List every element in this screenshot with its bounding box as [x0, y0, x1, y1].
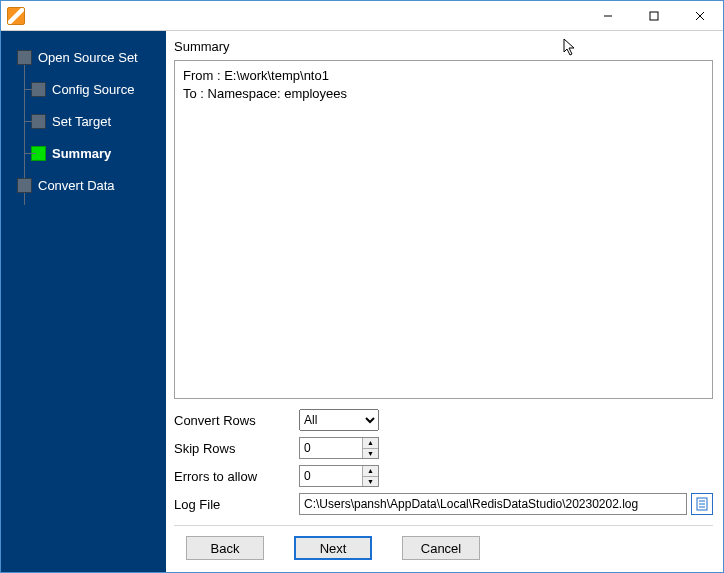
- app-icon: [7, 7, 25, 25]
- step-marker-icon: [17, 178, 32, 193]
- body: Open Source Set Config Source Set Target…: [1, 31, 723, 572]
- errors-spinner[interactable]: ▲ ▼: [299, 465, 379, 487]
- log-file-label: Log File: [174, 497, 299, 512]
- skip-rows-row: Skip Rows ▲ ▼: [174, 437, 713, 459]
- minimize-button[interactable]: [585, 1, 631, 30]
- step-label: Open Source Set: [38, 50, 138, 65]
- maximize-button[interactable]: [631, 1, 677, 30]
- document-icon: [695, 497, 709, 511]
- skip-rows-input[interactable]: [300, 438, 362, 458]
- titlebar: [1, 1, 723, 31]
- step-summary[interactable]: Summary: [1, 137, 166, 169]
- errors-label: Errors to allow: [174, 469, 299, 484]
- svg-rect-1: [650, 12, 658, 20]
- summary-text-box[interactable]: From : E:\work\temp\nto1 To : Namespace:…: [174, 60, 713, 399]
- step-marker-icon: [17, 50, 32, 65]
- summary-heading: Summary: [174, 39, 713, 54]
- wizard-sidebar: Open Source Set Config Source Set Target…: [1, 31, 166, 572]
- wizard-buttons: Back Next Cancel: [174, 525, 713, 566]
- convert-rows-select[interactable]: All: [299, 409, 379, 431]
- back-button[interactable]: Back: [186, 536, 264, 560]
- step-label: Summary: [52, 146, 111, 161]
- next-button[interactable]: Next: [294, 536, 372, 560]
- errors-row: Errors to allow ▲ ▼: [174, 465, 713, 487]
- spin-down-icon[interactable]: ▼: [363, 477, 378, 487]
- step-config-source[interactable]: Config Source: [1, 73, 166, 105]
- app-window: Open Source Set Config Source Set Target…: [0, 0, 724, 573]
- step-label: Set Target: [52, 114, 111, 129]
- spin-up-icon[interactable]: ▲: [363, 466, 378, 477]
- step-set-target[interactable]: Set Target: [1, 105, 166, 137]
- cancel-button[interactable]: Cancel: [402, 536, 480, 560]
- options-form: Convert Rows All Skip Rows ▲ ▼: [174, 405, 713, 515]
- convert-rows-label: Convert Rows: [174, 413, 299, 428]
- skip-rows-spinner[interactable]: ▲ ▼: [299, 437, 379, 459]
- step-label: Convert Data: [38, 178, 115, 193]
- spin-down-icon[interactable]: ▼: [363, 449, 378, 459]
- spin-up-icon[interactable]: ▲: [363, 438, 378, 449]
- step-open-source-set[interactable]: Open Source Set: [1, 41, 166, 73]
- window-controls: [585, 1, 723, 30]
- log-file-row: Log File: [174, 493, 713, 515]
- step-convert-data[interactable]: Convert Data: [1, 169, 166, 201]
- main-panel: Summary From : E:\work\temp\nto1 To : Na…: [166, 31, 723, 572]
- step-label: Config Source: [52, 82, 134, 97]
- close-button[interactable]: [677, 1, 723, 30]
- skip-rows-label: Skip Rows: [174, 441, 299, 456]
- log-file-input[interactable]: [299, 493, 687, 515]
- browse-log-button[interactable]: [691, 493, 713, 515]
- errors-input[interactable]: [300, 466, 362, 486]
- convert-rows-row: Convert Rows All: [174, 409, 713, 431]
